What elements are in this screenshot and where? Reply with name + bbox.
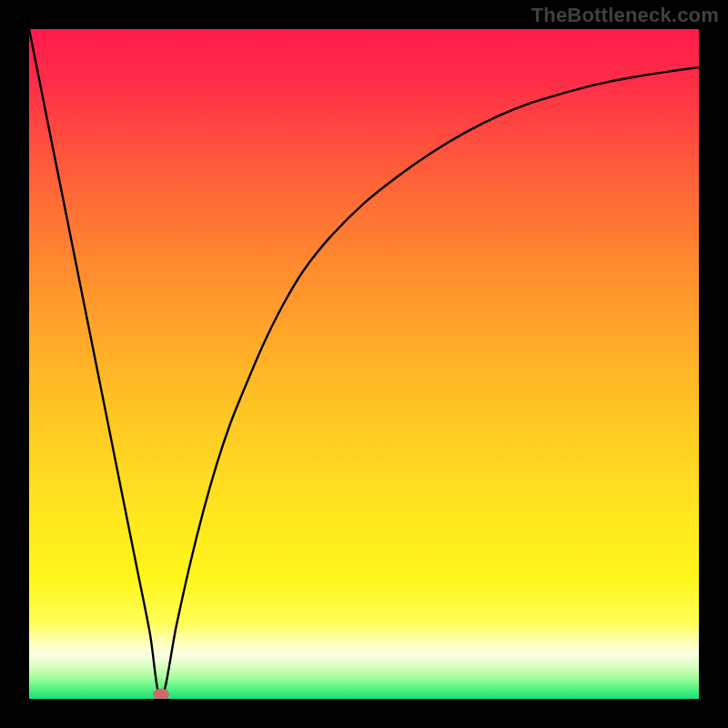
attribution-label: TheBottleneck.com — [531, 4, 719, 27]
bottleneck-chart — [29, 29, 699, 699]
plot-area — [29, 29, 699, 699]
gradient-background — [29, 29, 699, 699]
chart-frame: TheBottleneck.com — [0, 0, 728, 728]
